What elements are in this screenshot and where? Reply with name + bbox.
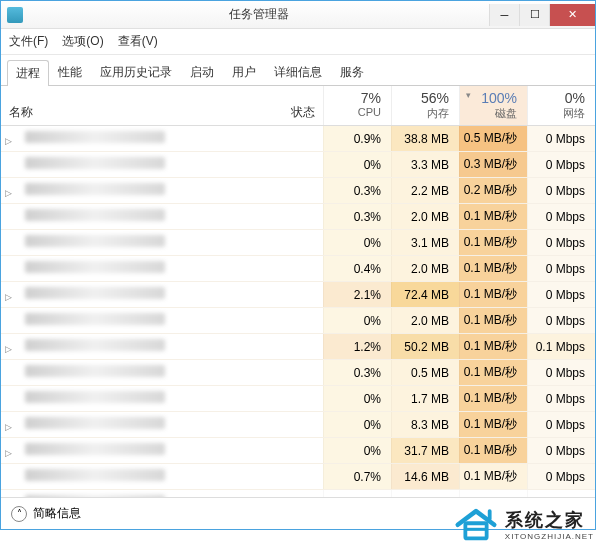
cell-cpu: 0% xyxy=(323,308,391,333)
cpu-label: CPU xyxy=(328,106,381,118)
cell-disk: 0.1 MB/秒 xyxy=(459,334,527,359)
tab-app-history[interactable]: 应用历史记录 xyxy=(91,59,181,85)
cell-mem: 50.2 MB xyxy=(391,334,459,359)
tab-services[interactable]: 服务 xyxy=(331,59,373,85)
table-row[interactable]: 0.3%2.0 MB0.1 MB/秒0 Mbps xyxy=(1,204,595,230)
expand-icon[interactable]: ▷ xyxy=(5,344,12,354)
expand-icon[interactable]: ▷ xyxy=(5,292,12,302)
process-name-blurred xyxy=(25,209,165,221)
process-name-blurred xyxy=(25,391,165,403)
table-row[interactable]: 0%2.0 MB0.1 MB/秒0 Mbps xyxy=(1,308,595,334)
cell-mem: 38.8 MB xyxy=(391,126,459,151)
table-row[interactable]: ▷0.3%2.2 MB0.2 MB/秒0 Mbps xyxy=(1,178,595,204)
cell-disk: 0.1 MB/秒 xyxy=(459,230,527,255)
tab-performance[interactable]: 性能 xyxy=(49,59,91,85)
cell-cpu: 0.4% xyxy=(323,256,391,281)
menubar: 文件(F) 选项(O) 查看(V) xyxy=(1,29,595,55)
cell-net: 0 Mbps xyxy=(527,360,595,385)
expand-icon[interactable]: ▷ xyxy=(5,188,12,198)
footer: ˄ 简略信息 xyxy=(1,497,595,529)
table-row[interactable]: ▷0%31.7 MB0.1 MB/秒0 Mbps xyxy=(1,438,595,464)
menu-view[interactable]: 查看(V) xyxy=(118,33,158,50)
table-row[interactable]: 0%3.3 MB0.3 MB/秒0 Mbps xyxy=(1,152,595,178)
cell-mem: 2.2 MB xyxy=(391,178,459,203)
cell-mem: 2.0 MB xyxy=(391,256,459,281)
table-row[interactable]: 0.4%2.0 MB0.1 MB/秒0 Mbps xyxy=(1,256,595,282)
disk-percent: 100% xyxy=(464,90,517,106)
cell-cpu: 0.3% xyxy=(323,204,391,229)
cell-cpu: 0% xyxy=(323,230,391,255)
cell-net: 0 Mbps xyxy=(527,438,595,463)
tab-users[interactable]: 用户 xyxy=(223,59,265,85)
cell-disk: 0.3 MB/秒 xyxy=(459,152,527,177)
cell-cpu: 0% xyxy=(323,438,391,463)
memory-percent: 56% xyxy=(396,90,449,106)
process-rows[interactable]: ▷0.9%38.8 MB0.5 MB/秒0 Mbps0%3.3 MB0.3 MB… xyxy=(1,126,595,506)
table-row[interactable]: 0.3%0.5 MB0.1 MB/秒0 Mbps xyxy=(1,360,595,386)
tab-details[interactable]: 详细信息 xyxy=(265,59,331,85)
process-name-cell xyxy=(1,261,323,276)
tab-startup[interactable]: 启动 xyxy=(181,59,223,85)
table-row[interactable]: ▷0%8.3 MB0.1 MB/秒0 Mbps xyxy=(1,412,595,438)
cell-mem: 3.3 MB xyxy=(391,152,459,177)
collapse-icon[interactable]: ˄ xyxy=(11,506,27,522)
expand-icon[interactable]: ▷ xyxy=(5,422,12,432)
cell-cpu: 0.9% xyxy=(323,126,391,151)
cell-cpu: 0% xyxy=(323,412,391,437)
close-button[interactable]: ✕ xyxy=(549,4,595,26)
memory-label: 内存 xyxy=(396,106,449,121)
titlebar[interactable]: 任务管理器 ─ ☐ ✕ xyxy=(1,1,595,29)
tab-processes[interactable]: 进程 xyxy=(7,60,49,86)
cell-cpu: 0% xyxy=(323,386,391,411)
process-name-cell xyxy=(1,209,323,224)
process-name-blurred xyxy=(25,287,165,299)
table-row[interactable]: ▷0.9%38.8 MB0.5 MB/秒0 Mbps xyxy=(1,126,595,152)
expand-icon[interactable]: ▷ xyxy=(5,448,12,458)
menu-file[interactable]: 文件(F) xyxy=(9,33,48,50)
col-cpu[interactable]: 7% CPU xyxy=(323,86,391,125)
watermark-url: XITONGZHIJIA.NET xyxy=(505,532,594,541)
cell-mem: 72.4 MB xyxy=(391,282,459,307)
cell-disk: 0.5 MB/秒 xyxy=(459,126,527,151)
cell-mem: 1.7 MB xyxy=(391,386,459,411)
process-name-blurred xyxy=(25,131,165,143)
cell-mem: 2.0 MB xyxy=(391,308,459,333)
minimize-button[interactable]: ─ xyxy=(489,4,519,26)
process-name-cell xyxy=(1,365,323,380)
process-name-cell xyxy=(1,391,323,406)
table-row[interactable]: 0.7%14.6 MB0.1 MB/秒0 Mbps xyxy=(1,464,595,490)
cell-disk: 0.1 MB/秒 xyxy=(459,308,527,333)
cell-cpu: 0.3% xyxy=(323,178,391,203)
menu-options[interactable]: 选项(O) xyxy=(62,33,103,50)
table-row[interactable]: 0%1.7 MB0.1 MB/秒0 Mbps xyxy=(1,386,595,412)
process-name-blurred xyxy=(25,365,165,377)
table-row[interactable]: ▷1.2%50.2 MB0.1 MB/秒0.1 Mbps xyxy=(1,334,595,360)
maximize-button[interactable]: ☐ xyxy=(519,4,549,26)
table-row[interactable]: ▷2.1%72.4 MB0.1 MB/秒0 Mbps xyxy=(1,282,595,308)
process-name-cell: ▷ xyxy=(1,131,323,146)
process-name-cell: ▷ xyxy=(1,183,323,198)
cpu-percent: 7% xyxy=(328,90,381,106)
cell-disk: 0.1 MB/秒 xyxy=(459,464,527,489)
table-row[interactable]: 0%3.1 MB0.1 MB/秒0 Mbps xyxy=(1,230,595,256)
window-title: 任务管理器 xyxy=(29,6,489,23)
col-disk[interactable]: 100% 磁盘 xyxy=(459,86,527,125)
process-name-cell xyxy=(1,469,323,484)
process-name-cell: ▷ xyxy=(1,417,323,432)
cell-disk: 0.1 MB/秒 xyxy=(459,412,527,437)
brief-info-button[interactable]: 简略信息 xyxy=(33,505,81,522)
col-name[interactable]: 名称 状态 xyxy=(1,86,323,125)
process-name-blurred xyxy=(25,261,165,273)
col-memory[interactable]: 56% 内存 xyxy=(391,86,459,125)
process-name-cell: ▷ xyxy=(1,443,323,458)
cell-mem: 0.5 MB xyxy=(391,360,459,385)
cell-cpu: 1.2% xyxy=(323,334,391,359)
col-network[interactable]: 0% 网络 xyxy=(527,86,595,125)
cell-mem: 3.1 MB xyxy=(391,230,459,255)
expand-icon[interactable]: ▷ xyxy=(5,136,12,146)
cell-disk: 0.1 MB/秒 xyxy=(459,204,527,229)
cell-net: 0 Mbps xyxy=(527,256,595,281)
cell-cpu: 0.7% xyxy=(323,464,391,489)
cell-disk: 0.1 MB/秒 xyxy=(459,438,527,463)
cell-net: 0 Mbps xyxy=(527,230,595,255)
